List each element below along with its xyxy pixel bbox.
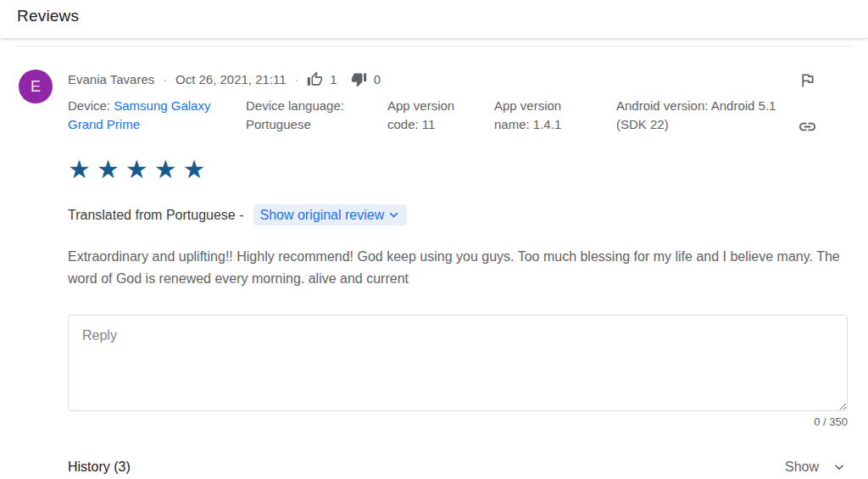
reply-char-counter: 0 / 350: [68, 415, 848, 428]
review-author: Evania Tavares: [68, 72, 154, 86]
page-header: Reviews: [0, 0, 868, 38]
thumbs-up-icon: [307, 71, 323, 87]
review-date: Oct 26, 2021, 21:11: [175, 72, 287, 86]
review-details-row: Device: Samsung Galaxy Grand Prime Devic…: [68, 97, 848, 134]
review-meta-row: Evania Tavares · Oct 26, 2021, 21:11 · 1…: [68, 71, 848, 87]
thumbs-up-count: 1: [330, 72, 337, 86]
separator-dot: ·: [295, 73, 299, 86]
thumbs-down-icon: [351, 71, 367, 87]
review-card: E Evania Tavares · Oct 26, 2021, 21:11 ·…: [0, 47, 868, 476]
device-label: Device:: [68, 98, 110, 113]
detail-android-version: Android version: Android 5.1 (SDK 22): [616, 97, 779, 134]
flag-review-button[interactable]: [798, 71, 816, 89]
translated-label: Translated from Portuguese -: [68, 208, 244, 223]
review-actions: [798, 71, 817, 136]
show-original-label: Show original review: [260, 208, 385, 223]
chevron-down-icon: [386, 207, 402, 223]
thumbs-down-button[interactable]: 0: [351, 71, 381, 87]
review-body-text: Extraordinary and uplifting!! Highly rec…: [68, 246, 848, 290]
flag-icon: [798, 71, 816, 89]
avatar-letter: E: [31, 78, 41, 96]
history-row: History (3) Show: [68, 459, 848, 476]
show-original-review-button[interactable]: Show original review: [253, 204, 408, 226]
page-title: Reviews: [17, 7, 868, 25]
thumbs-up-button[interactable]: 1: [307, 71, 337, 87]
detail-language: Device language: Portuguese: [246, 97, 370, 134]
chevron-down-icon: [831, 459, 848, 476]
reply-input[interactable]: [68, 315, 848, 411]
detail-version-code: App version code: 11: [387, 97, 477, 134]
avatar: E: [19, 70, 53, 103]
star-rating: ★★★★★: [68, 157, 848, 182]
separator-dot: ·: [163, 73, 167, 86]
history-show-label: Show: [785, 460, 819, 475]
history-label: History (3): [68, 460, 131, 475]
detail-device: Device: Samsung Galaxy Grand Prime: [68, 97, 229, 134]
review-link-button[interactable]: [798, 117, 817, 136]
detail-version-name: App version name: 1.4.1: [494, 97, 599, 134]
thumbs-down-count: 0: [374, 72, 381, 86]
history-show-button[interactable]: Show: [785, 459, 848, 476]
translated-row: Translated from Portuguese - Show origin…: [68, 204, 848, 226]
link-icon: [798, 117, 817, 136]
